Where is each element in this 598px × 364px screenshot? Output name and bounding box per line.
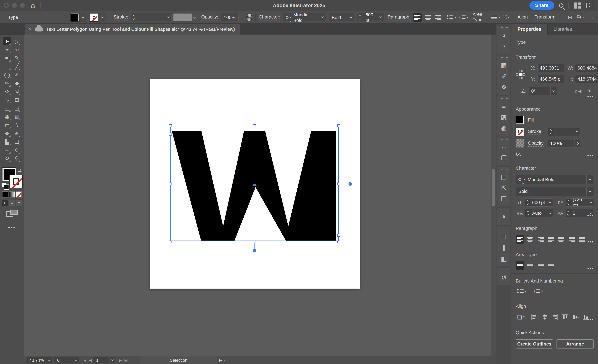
appearance-more-options[interactable]: •••: [587, 153, 594, 158]
first-artboard-icon[interactable]: |◀: [83, 358, 86, 362]
panel-font-style-dropdown[interactable]: [586, 187, 594, 196]
edit-toolbar-icon[interactable]: •••: [0, 225, 24, 231]
font-size-stepper[interactable]: [357, 13, 363, 22]
align-right-button[interactable]: [551, 313, 559, 322]
draw-behind-button[interactable]: ◒: [9, 200, 15, 206]
w-field[interactable]: [575, 64, 598, 72]
bulleted-list-button[interactable]: [446, 14, 458, 21]
handle-bottom-center[interactable]: [253, 241, 256, 243]
fill-swatch[interactable]: [71, 14, 79, 21]
tab-libraries[interactable]: Libraries: [548, 24, 578, 35]
font-family-control[interactable]: Mundial Bold: [283, 13, 326, 22]
rotation-angle-dropdown[interactable]: [550, 87, 557, 95]
font-style-control[interactable]: Bold: [329, 13, 354, 22]
symbols-panel-icon[interactable]: ❖: [497, 82, 510, 93]
center-anchor-point[interactable]: [253, 184, 256, 186]
area-type-fixed-size-button[interactable]: [526, 261, 535, 270]
create-outlines-button[interactable]: Create Outlines: [516, 339, 553, 348]
control-bar-grip[interactable]: [2, 14, 3, 21]
draw-inside-button[interactable]: ◓: [16, 200, 22, 206]
paragraph-align-left-button[interactable]: [516, 235, 524, 243]
color-guide-panel-icon[interactable]: ◔: [497, 41, 510, 52]
stroke-label[interactable]: Stroke: [528, 129, 541, 135]
transform-panel-icon[interactable]: ⊞: [497, 231, 510, 242]
rotate-view-tool[interactable]: ↻: [3, 154, 11, 162]
artboard-dropdown[interactable]: [109, 357, 115, 364]
width-tool[interactable]: ∿: [3, 96, 11, 104]
panel-font-style-control[interactable]: Bold: [516, 187, 594, 196]
paragraph-align-right-button[interactable]: [536, 235, 545, 243]
column-graph-tool[interactable]: ▙: [3, 138, 11, 146]
leading-dropdown[interactable]: [588, 199, 594, 206]
align-left-button[interactable]: [413, 13, 422, 22]
close-tab-icon[interactable]: ×: [29, 26, 32, 32]
flip-horizontal-icon[interactable]: ▷◀: [575, 89, 581, 94]
control-bar-menu-icon[interactable]: ≔: [593, 14, 598, 20]
draw-normal-button[interactable]: ◐: [2, 200, 8, 206]
handle-middle-right[interactable]: [337, 183, 340, 185]
stroke-panel-link[interactable]: Stroke:: [114, 14, 128, 20]
appearance-opacity-swatch[interactable]: [516, 139, 524, 147]
align-objects-icon[interactable]: ⊞: [568, 14, 572, 20]
type-scale-handle[interactable]: [253, 250, 256, 252]
hand-tool[interactable]: ✥: [13, 146, 21, 154]
stroke-width-control[interactable]: [131, 13, 172, 22]
paragraph-align-justify-center-button[interactable]: [557, 235, 565, 243]
stroke-panel-icon[interactable]: ≡: [497, 101, 510, 112]
stroke-color-control[interactable]: [89, 13, 106, 22]
paragraph-align-center-button[interactable]: [526, 235, 535, 243]
font-size-value[interactable]: 600 pt: [363, 13, 377, 22]
panel-numbered-list-button[interactable]: 12: [532, 288, 544, 295]
kerning-dropdown[interactable]: [547, 209, 553, 217]
color-fill-button[interactable]: [2, 191, 8, 197]
stroke-weight-control[interactable]: [548, 128, 580, 136]
arrange-button[interactable]: Arrange: [556, 339, 594, 348]
stroke-width-value[interactable]: [136, 13, 165, 22]
stroke-weight-value[interactable]: [553, 128, 574, 136]
rotation-angle-control[interactable]: 0°: [529, 87, 557, 95]
appearance-fill-swatch[interactable]: [516, 116, 524, 124]
envelope-distort-button[interactable]: ⛶: [501, 13, 511, 22]
area-type-flexible-width-button[interactable]: [536, 261, 545, 270]
opacity-control[interactable]: 100%: [221, 13, 240, 22]
asset-export-panel-icon[interactable]: ❒: [497, 194, 510, 205]
handle-text-frame-left[interactable]: [169, 133, 172, 136]
handle-middle-left[interactable]: [169, 183, 172, 185]
rotation-field[interactable]: 0°: [54, 357, 73, 364]
stroke-dropdown[interactable]: [99, 13, 106, 22]
rotate-tool[interactable]: ↺: [3, 88, 11, 96]
status-bar-collapse-icon[interactable]: ‹: [224, 358, 225, 363]
swatches-panel-icon[interactable]: ▦: [497, 60, 510, 71]
status-bar-flyout-icon[interactable]: ▶: [219, 358, 222, 363]
paragraph-align-justify-right-button[interactable]: [567, 235, 576, 243]
eyedropper-tool[interactable]: ∖: [13, 121, 21, 129]
area-type-auto-size-button[interactable]: [516, 261, 524, 270]
reference-point-locator[interactable]: [516, 70, 525, 86]
align-center-button[interactable]: [424, 13, 432, 22]
kerning-value[interactable]: Auto: [530, 209, 547, 217]
transform-more-options[interactable]: •••: [587, 94, 594, 99]
align-panel-link[interactable]: Align: [517, 14, 528, 20]
area-type-more-options[interactable]: •••: [587, 266, 594, 271]
paragraph-align-justify-left-button[interactable]: [547, 235, 555, 243]
leading-stepper[interactable]: [566, 199, 571, 206]
rotation-angle-value[interactable]: 0°: [529, 87, 550, 95]
fill-dropdown[interactable]: [79, 13, 87, 22]
align-right-button[interactable]: [434, 13, 442, 22]
paragraph-align-justify-full-button[interactable]: [578, 235, 586, 243]
panel-options-icon[interactable]: [586, 3, 593, 8]
change-screen-mode-icon[interactable]: [6, 210, 18, 217]
stroke-none-swatch[interactable]: [90, 14, 98, 21]
comments-panel-icon[interactable]: ❝: [497, 212, 510, 223]
align-left-button[interactable]: [530, 313, 539, 322]
graphic-styles-panel-icon[interactable]: ❐: [497, 153, 510, 164]
align-top-button[interactable]: [561, 313, 570, 322]
stroke-weight-dropdown[interactable]: [574, 128, 580, 136]
tracking-value[interactable]: 0: [571, 209, 588, 217]
previous-artboard-icon[interactable]: ◀: [89, 358, 92, 362]
align-h-center-button[interactable]: [540, 313, 549, 322]
handle-top-right[interactable]: [337, 124, 340, 127]
dock-group-grip[interactable]: [500, 228, 508, 230]
search-icon[interactable]: [559, 3, 564, 8]
isolate-selection-icon[interactable]: ⋻: [575, 13, 586, 22]
